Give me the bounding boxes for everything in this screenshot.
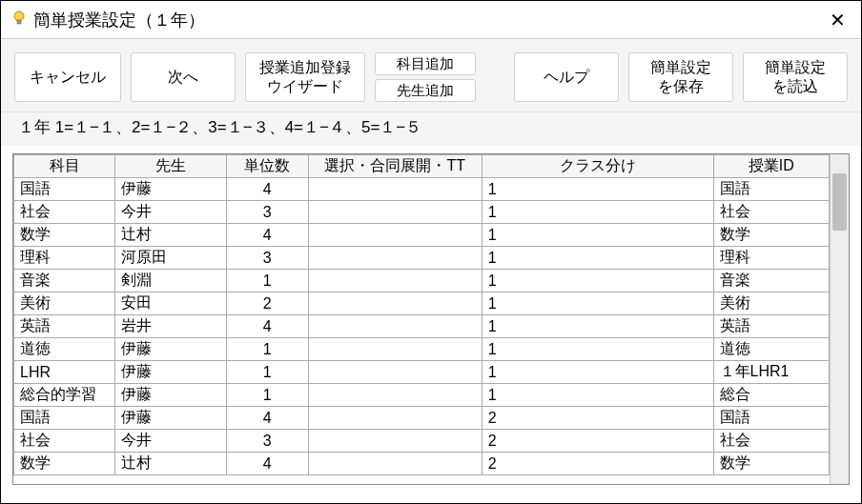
cell-option[interactable] (308, 407, 482, 430)
cell-option[interactable] (308, 384, 482, 407)
close-button[interactable]: ✕ (824, 9, 852, 31)
cell-teacher[interactable]: 伊藤 (115, 178, 226, 201)
load-settings-button[interactable]: 簡単設定 を読込 (743, 52, 848, 102)
cell-lesson-id[interactable]: 音楽 (713, 270, 829, 292)
help-button[interactable]: ヘルプ (514, 52, 619, 102)
cell-subject[interactable]: 総合的学習 (14, 384, 115, 407)
cell-option[interactable] (308, 201, 482, 224)
table-row[interactable]: 道徳伊藤11道徳 (14, 338, 830, 361)
cell-subject[interactable]: 社会 (14, 201, 115, 224)
cell-units[interactable]: 4 (226, 453, 308, 475)
lesson-table[interactable]: 科目 先生 単位数 選択・合同展開・TT クラス分け 授業ID 国語伊藤41国語… (13, 154, 830, 475)
table-row[interactable]: 社会今井31社会 (14, 201, 830, 224)
cell-class[interactable]: 1 (482, 178, 713, 201)
cell-subject[interactable]: 英語 (14, 315, 115, 338)
cell-teacher[interactable]: 剣淵 (115, 270, 226, 292)
next-button[interactable]: 次へ (131, 52, 236, 102)
cell-teacher[interactable]: 伊藤 (115, 384, 226, 407)
cell-class[interactable]: 1 (482, 201, 713, 224)
cell-lesson-id[interactable]: 国語 (713, 407, 829, 430)
cell-units[interactable]: 1 (226, 361, 308, 384)
cell-teacher[interactable]: 河原田 (115, 247, 226, 270)
table-row[interactable]: 国語伊藤42国語 (14, 407, 830, 430)
cell-option[interactable] (308, 453, 482, 475)
cell-option[interactable] (308, 361, 482, 384)
cell-option[interactable] (308, 247, 482, 270)
header-teacher[interactable]: 先生 (115, 155, 226, 178)
header-lesson-id[interactable]: 授業ID (713, 155, 829, 178)
cell-option[interactable] (308, 430, 482, 453)
header-subject[interactable]: 科目 (14, 155, 115, 178)
cell-class[interactable]: 1 (482, 338, 713, 361)
scrollbar-thumb[interactable] (832, 173, 847, 231)
cell-units[interactable]: 4 (226, 407, 308, 430)
cell-subject[interactable]: 国語 (14, 407, 115, 430)
wizard-button[interactable]: 授業追加登録 ウイザード (245, 52, 365, 102)
cell-lesson-id[interactable]: 理科 (713, 247, 829, 270)
cell-lesson-id[interactable]: 美術 (713, 292, 829, 315)
table-row[interactable]: 数学辻村42数学 (14, 453, 830, 475)
cell-units[interactable]: 2 (226, 292, 308, 315)
cell-lesson-id[interactable]: 社会 (713, 430, 829, 453)
cell-class[interactable]: 1 (482, 384, 713, 407)
add-subject-button[interactable]: 科目追加 (375, 52, 476, 75)
cell-option[interactable] (308, 270, 482, 292)
header-option[interactable]: 選択・合同展開・TT (308, 155, 482, 178)
cell-teacher[interactable]: 安田 (115, 292, 226, 315)
cell-teacher[interactable]: 辻村 (115, 224, 226, 247)
cell-subject[interactable]: 数学 (14, 224, 115, 247)
cell-units[interactable]: 4 (226, 224, 308, 247)
table-row[interactable]: 音楽剣淵11音楽 (14, 270, 830, 292)
cell-subject[interactable]: 道徳 (14, 338, 115, 361)
cell-option[interactable] (308, 315, 482, 338)
cell-subject[interactable]: 美術 (14, 292, 115, 315)
table-row[interactable]: 国語伊藤41国語 (14, 178, 830, 201)
cell-subject[interactable]: 国語 (14, 178, 115, 201)
cell-class[interactable]: 2 (482, 430, 713, 453)
cell-class[interactable]: 2 (482, 453, 713, 475)
cell-teacher[interactable]: 岩井 (115, 315, 226, 338)
cell-teacher[interactable]: 今井 (115, 201, 226, 224)
cell-teacher[interactable]: 今井 (115, 430, 226, 453)
cell-teacher[interactable]: 伊藤 (115, 407, 226, 430)
cell-class[interactable]: 1 (482, 270, 713, 292)
cell-class[interactable]: 1 (482, 224, 713, 247)
cell-class[interactable]: 1 (482, 315, 713, 338)
cell-lesson-id[interactable]: 数学 (713, 453, 829, 475)
table-row[interactable]: 社会今井32社会 (14, 430, 830, 453)
cell-units[interactable]: 4 (226, 178, 308, 201)
header-units[interactable]: 単位数 (226, 155, 308, 178)
cell-units[interactable]: 1 (226, 384, 308, 407)
cell-class[interactable]: 1 (482, 247, 713, 270)
add-teacher-button[interactable]: 先生追加 (375, 79, 476, 102)
cell-lesson-id[interactable]: 英語 (713, 315, 829, 338)
table-row[interactable]: 総合的学習伊藤11総合 (14, 384, 830, 407)
cell-units[interactable]: 1 (226, 338, 308, 361)
cell-units[interactable]: 3 (226, 247, 308, 270)
cell-units[interactable]: 3 (226, 430, 308, 453)
cell-lesson-id[interactable]: 総合 (713, 384, 829, 407)
cell-class[interactable]: 1 (482, 292, 713, 315)
cell-subject[interactable]: 音楽 (14, 270, 115, 292)
header-class[interactable]: クラス分け (482, 155, 713, 178)
table-row[interactable]: 美術安田21美術 (14, 292, 830, 315)
table-row[interactable]: 英語岩井41英語 (14, 315, 830, 338)
cancel-button[interactable]: キャンセル (14, 52, 121, 102)
cell-units[interactable]: 1 (226, 270, 308, 292)
cell-units[interactable]: 4 (226, 315, 308, 338)
cell-teacher[interactable]: 辻村 (115, 453, 226, 475)
cell-lesson-id[interactable]: 社会 (713, 201, 829, 224)
cell-lesson-id[interactable]: 国語 (713, 178, 829, 201)
vertical-scrollbar[interactable] (830, 154, 849, 484)
cell-option[interactable] (308, 292, 482, 315)
cell-lesson-id[interactable]: 道徳 (713, 338, 829, 361)
cell-class[interactable]: 1 (482, 361, 713, 384)
cell-teacher[interactable]: 伊藤 (115, 338, 226, 361)
cell-class[interactable]: 2 (482, 407, 713, 430)
cell-subject[interactable]: LHR (14, 361, 115, 384)
cell-lesson-id[interactable]: 数学 (713, 224, 829, 247)
cell-option[interactable] (308, 178, 482, 201)
cell-subject[interactable]: 社会 (14, 430, 115, 453)
cell-option[interactable] (308, 224, 482, 247)
save-settings-button[interactable]: 簡単設定 を保存 (628, 52, 733, 102)
